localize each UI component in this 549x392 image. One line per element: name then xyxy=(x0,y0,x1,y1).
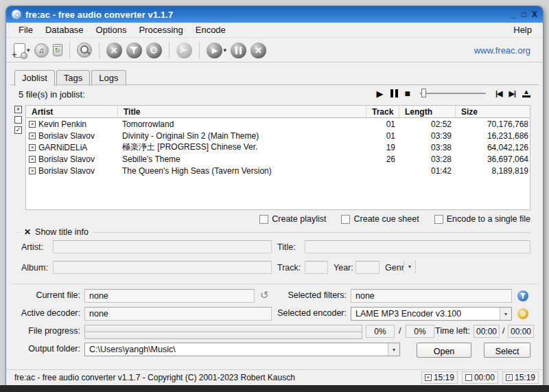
encode-single-file-label: Encode to a single file xyxy=(447,214,530,224)
play-icon: ▶ xyxy=(207,43,222,58)
current-file-value: none xyxy=(84,289,255,303)
eject-button[interactable]: ▲ xyxy=(522,89,530,97)
create-cue-sheet-checkbox[interactable] xyxy=(341,215,350,224)
seek-slider-thumb[interactable] xyxy=(421,89,426,97)
chevron-down-icon[interactable]: ▾ xyxy=(500,308,511,320)
repeat-arrow-icon[interactable]: ↻ xyxy=(260,289,269,301)
menu-encode[interactable]: Encode xyxy=(190,23,231,36)
maximize-icon[interactable]: □ xyxy=(522,10,526,19)
create-playlist-checkbox[interactable] xyxy=(259,215,268,224)
cd-music-icon: ♫ xyxy=(34,43,49,58)
playback-controls: ▶ ■ |◀ ▶| ▲ xyxy=(377,87,530,100)
tab-strip: Joblist Tags Logs xyxy=(14,70,126,86)
active-decoder-label: Active decoder: xyxy=(6,308,80,318)
encoder-settings-button[interactable]: ⚙ xyxy=(146,43,162,58)
clock-pane-finish: / 15:19 xyxy=(502,371,539,384)
cddb-query-button[interactable] xyxy=(77,43,92,58)
encode-single-file-checkbox[interactable] xyxy=(434,215,443,224)
chevron-down-icon[interactable]: ▾ xyxy=(388,343,399,356)
table-row[interactable]: ×Borislav Slavov Sebille's Theme 26 03:2… xyxy=(26,153,530,165)
artist-field[interactable] xyxy=(53,240,272,253)
album-field[interactable] xyxy=(53,261,272,274)
seek-slider[interactable] xyxy=(420,89,486,98)
collapse-title-info-icon[interactable]: ✕ xyxy=(24,228,31,236)
menu-file[interactable]: File xyxy=(13,23,38,36)
menu-processing[interactable]: Processing xyxy=(133,23,188,36)
stop-button[interactable]: ■ xyxy=(405,89,410,98)
general-settings-button[interactable]: ✕ xyxy=(106,43,122,58)
remove-all-button[interactable]: ↻ xyxy=(53,44,62,56)
time-total-value: 00:00 xyxy=(508,325,534,338)
menu-database[interactable]: Database xyxy=(40,23,89,36)
toolbar: + ▾ ♫ ↻ ✕ ⚙ Y ▶ ▾ xyxy=(6,38,543,62)
website-link[interactable]: www.freac.org xyxy=(474,45,537,56)
output-options: Create playlist Create cue sheet Encode … xyxy=(259,214,530,224)
close-icon[interactable]: X xyxy=(532,10,537,19)
track-field[interactable] xyxy=(305,261,328,274)
column-header-size[interactable]: Size xyxy=(456,106,531,117)
table-row[interactable]: ×Borislav Slavov The Queen's High Seas (… xyxy=(26,165,530,176)
year-field[interactable] xyxy=(355,261,379,274)
menu-options[interactable]: Options xyxy=(91,23,132,36)
table-header: Artist Title Track Length Size xyxy=(26,106,530,118)
tab-page-border xyxy=(10,84,539,85)
column-header-title[interactable]: Title xyxy=(118,106,366,117)
pause-encoding-button[interactable] xyxy=(231,43,246,58)
start-encoding-button[interactable]: ▶ ▾ xyxy=(207,43,227,58)
column-header-artist[interactable]: Artist xyxy=(26,106,118,117)
genre-dropdown[interactable]: ▾ xyxy=(414,260,416,273)
stop-encoding-button[interactable]: ✕ xyxy=(250,43,266,58)
artist-label: Artist: xyxy=(21,242,43,252)
encoder-dropdown[interactable]: LAME MP3 Encoder v3.100 ▾ xyxy=(351,307,512,321)
total-progress-percent: 0% xyxy=(366,325,395,338)
row-checkbox[interactable]: × xyxy=(29,121,36,128)
tab-logs[interactable]: Logs xyxy=(91,70,126,86)
filter-settings-button[interactable] xyxy=(126,43,142,58)
chevron-down-icon[interactable]: ▾ xyxy=(224,47,227,54)
column-header-length[interactable]: Length xyxy=(399,106,456,117)
encoder-config-button[interactable]: ⚙ xyxy=(517,308,528,319)
column-header-track[interactable]: Track xyxy=(366,106,399,117)
title-bar[interactable]: fre:ac - free audio converter v1.1.7 _ □… xyxy=(6,6,543,23)
copyright-text: fre:ac - free audio converter v1.1.7 - C… xyxy=(14,373,295,382)
row-checkbox[interactable]: × xyxy=(29,168,36,174)
select-none-checkbox[interactable] xyxy=(14,116,22,124)
pause-icon xyxy=(231,43,246,58)
open-button[interactable]: Open xyxy=(417,343,471,358)
select-button[interactable]: Select xyxy=(484,343,530,358)
add-cd-button[interactable]: ♫ xyxy=(34,43,49,58)
table-row[interactable]: ×GARNiDELiA 極楽浄土 [PROGRESS] Chinese Ver.… xyxy=(26,141,530,153)
selection-strip: × ✓ xyxy=(14,106,22,134)
title-field[interactable] xyxy=(305,240,530,253)
chevron-down-icon[interactable]: ▾ xyxy=(27,47,30,54)
output-folder-dropdown[interactable]: C:\Users\yangh\Music\ ▾ xyxy=(84,343,400,356)
toggle-selection-checkbox[interactable]: ✓ xyxy=(14,126,22,134)
menu-help[interactable]: Help xyxy=(509,23,536,36)
row-checkbox[interactable]: × xyxy=(29,132,36,139)
play-button[interactable]: ▶ xyxy=(377,89,384,98)
select-all-checkbox[interactable]: × xyxy=(14,106,22,113)
table-row[interactable]: ×Borislav Slavov Divinity - Original Sin… xyxy=(26,130,530,141)
minimize-icon[interactable]: _ xyxy=(511,10,516,19)
row-checkbox[interactable]: × xyxy=(29,156,36,163)
tab-tags[interactable]: Tags xyxy=(56,70,90,86)
clock-empty-icon xyxy=(465,374,472,381)
row-checkbox[interactable]: × xyxy=(29,144,36,151)
pause-button[interactable] xyxy=(390,89,398,97)
filter-config-button[interactable] xyxy=(517,290,528,301)
menu-bar: File Database Options Processing Encode … xyxy=(6,23,543,38)
next-track-button[interactable]: ▶| xyxy=(509,89,516,98)
tab-joblist[interactable]: Joblist xyxy=(14,70,55,86)
time-finish: 15:19 xyxy=(515,373,535,382)
search-disc-icon xyxy=(77,43,92,58)
share-icon: Y xyxy=(176,43,192,58)
previous-track-button[interactable]: |◀ xyxy=(495,89,502,98)
add-files-button[interactable]: + ▾ xyxy=(14,43,30,58)
table-row[interactable]: ×Kevin Penkin Tomorrowland 01 02:52 70,1… xyxy=(26,118,530,130)
create-playlist-label: Create playlist xyxy=(272,214,326,224)
chevron-down-icon[interactable]: ▾ xyxy=(404,261,415,273)
split-output-button[interactable]: Y xyxy=(176,43,192,58)
selected-filters-value: none xyxy=(351,289,512,303)
clock-pane-elapsed: 00:00 xyxy=(462,371,498,384)
clock-checked-icon: × xyxy=(425,374,432,381)
